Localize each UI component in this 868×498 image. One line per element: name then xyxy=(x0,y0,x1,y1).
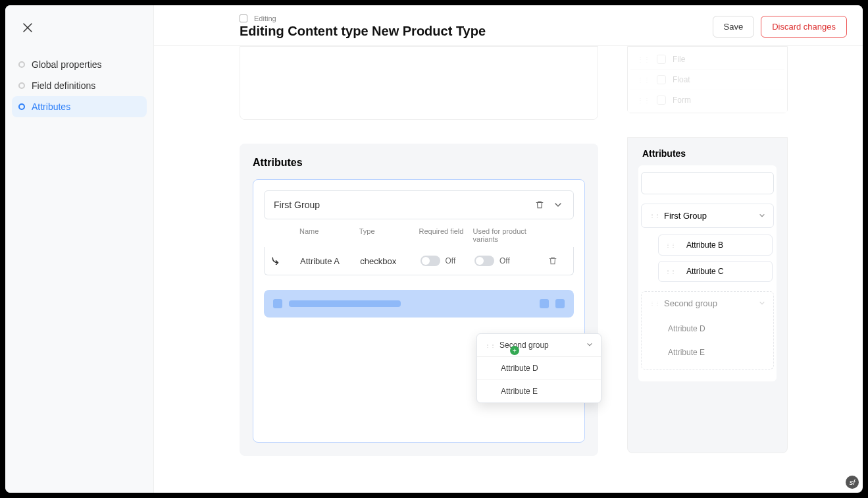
drag-handle-icon[interactable]: ⋮⋮ xyxy=(650,213,660,219)
status-circle-icon xyxy=(18,82,25,89)
drag-handle-icon[interactable]: ⋮⋮ xyxy=(665,242,676,248)
drop-placeholder-icon xyxy=(540,299,549,308)
collapse-group-button[interactable] xyxy=(552,199,564,211)
palette-attribute-ghost: Attribute D xyxy=(661,319,769,339)
drop-zone[interactable] xyxy=(264,290,574,318)
field-type-icon xyxy=(657,55,666,64)
required-toggle[interactable]: Off xyxy=(421,256,472,266)
help-fab[interactable]: sf xyxy=(846,476,859,489)
chevron-down-icon xyxy=(586,341,593,349)
dragging-group-item: Attribute D xyxy=(477,357,601,380)
sidebar-item-field-definitions[interactable]: Field definitions xyxy=(12,75,147,96)
sidebar-item-attributes[interactable]: Attributes xyxy=(12,96,147,117)
drop-placeholder-icon xyxy=(273,299,282,308)
palette-attribute[interactable]: ⋮⋮ Attribute C xyxy=(658,261,773,282)
palette-group-name: Second group xyxy=(664,298,759,308)
palette-group-name: First Group xyxy=(664,211,759,221)
palette-group-second-ghost: ⋮⋮ Second group Attribute D Attribute E xyxy=(641,291,774,370)
discard-button[interactable]: Discard changes xyxy=(761,16,847,38)
palette-title: Attributes xyxy=(638,148,777,159)
breadcrumb-label: Editing xyxy=(254,14,276,22)
group-header[interactable]: First Group xyxy=(264,190,574,219)
add-cursor-icon: + xyxy=(510,346,519,355)
palette-attribute-ghost: Attribute E xyxy=(661,343,769,362)
save-button[interactable]: Save xyxy=(713,16,755,38)
document-icon xyxy=(240,14,247,22)
dragging-group-item: Attribute E xyxy=(477,380,601,402)
close-button[interactable] xyxy=(21,21,34,34)
drop-placeholder-icon xyxy=(555,299,565,308)
chevron-down-icon[interactable] xyxy=(759,212,765,220)
dragging-group-overlay[interactable]: ⋮⋮ Second group + Attribute D Attribute … xyxy=(476,333,601,403)
attr-name: Attribute A xyxy=(300,256,357,266)
attr-type: checkbox xyxy=(360,256,417,266)
attributes-palette: Attributes ⋮⋮ First Group xyxy=(627,137,788,453)
palette-attribute[interactable]: ⋮⋮ Attribute B xyxy=(658,235,773,256)
previous-section-preview xyxy=(240,46,598,120)
delete-group-button[interactable] xyxy=(534,199,546,211)
col-required: Required field xyxy=(419,227,471,243)
col-variants: Used for product variants xyxy=(473,227,536,243)
col-type: Type xyxy=(359,227,417,243)
sidebar-item-label: Field definitions xyxy=(32,80,95,91)
palette-search-input[interactable] xyxy=(641,172,774,194)
attribute-row[interactable]: Attribute A checkbox Off Off xyxy=(264,247,574,275)
col-name: Name xyxy=(299,227,357,243)
field-types-panel-preview: ⋮⋮ File ⋮⋮ Float ⋮⋮ Form xyxy=(627,46,788,113)
group-name: First Group xyxy=(274,200,527,210)
variants-toggle[interactable]: Off xyxy=(474,256,538,266)
reorder-handle-icon[interactable] xyxy=(271,256,297,267)
drag-handle-icon[interactable]: ⋮⋮ xyxy=(665,269,676,275)
sidebar-item-global-properties[interactable]: Global properties xyxy=(12,54,147,75)
attributes-card-title: Attributes xyxy=(253,157,585,169)
drag-handle-icon: ⋮⋮ xyxy=(485,343,496,348)
sidebar-item-label: Attributes xyxy=(32,101,70,112)
page-title: Editing Content type New Product Type xyxy=(240,24,713,39)
delete-attribute-button[interactable] xyxy=(547,255,559,267)
sidebar-item-label: Global properties xyxy=(32,59,102,70)
chevron-down-icon xyxy=(759,300,765,308)
status-circle-icon xyxy=(18,103,25,110)
field-type-icon xyxy=(657,75,666,84)
palette-group-first[interactable]: ⋮⋮ First Group xyxy=(641,204,774,228)
field-type-icon xyxy=(657,96,666,105)
status-circle-icon xyxy=(18,61,25,68)
drag-handle-icon: ⋮⋮ xyxy=(650,300,660,306)
attributes-card: Attributes First Group xyxy=(240,144,598,456)
drop-placeholder-bar xyxy=(289,300,401,307)
